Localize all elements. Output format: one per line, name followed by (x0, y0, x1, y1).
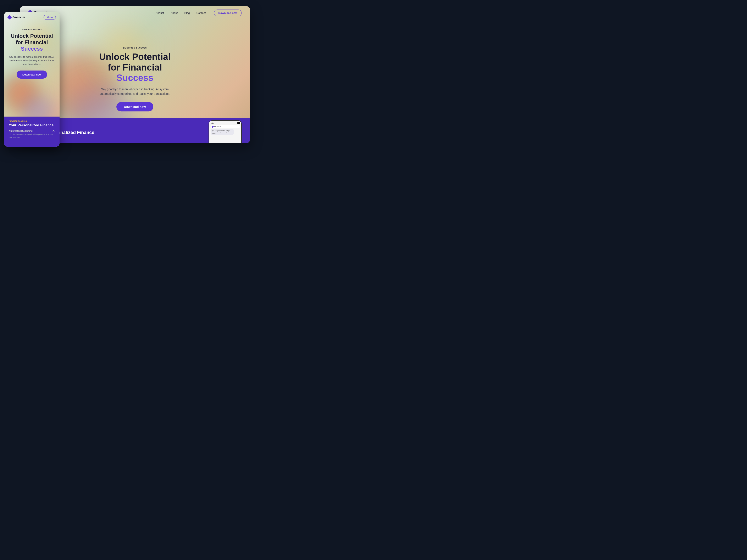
phone-chat-bubble: Hey, I've been struggling with my financ… (211, 129, 234, 135)
mobile-features-item-desc: Effortlessly create personalized budgets… (9, 133, 55, 138)
phone-screen: 9:41 ▐▐▐ Financier Hey, I've been strugg… (209, 121, 241, 143)
mobile-hero-bg: Financier Menu Business Success Unlock P… (4, 12, 59, 146)
mobile-features-section: Powerful Features Your Personalized Fina… (4, 116, 59, 146)
desktop-hero-title: Unlock Potential for Financial Success (81, 52, 189, 83)
desktop-hero-subtitle: Say goodbye to manual expense tracking. … (93, 87, 176, 96)
desktop-hero-tag: Business Success (81, 46, 189, 49)
mobile-card: Financier Menu Business Success Unlock P… (4, 12, 59, 146)
phone-app-header: Financier (211, 125, 240, 128)
nav-link-about[interactable]: About (171, 11, 178, 15)
phone-status-bar: 9:41 ▐▐▐ (211, 123, 240, 124)
phone-logo-icon (211, 126, 214, 128)
mobile-logo: Financier (8, 16, 25, 19)
nav-link-product[interactable]: Product (155, 11, 164, 15)
mobile-features-title: Your Personalized Finance (9, 123, 55, 127)
desktop-nav-links: Product About Blog Contact (155, 11, 206, 15)
nav-link-blog[interactable]: Blog (184, 11, 190, 15)
mobile-hero-subtitle: Say goodbye to manual expense tracking. … (9, 55, 55, 66)
desktop-hero-download-button[interactable]: Download now (117, 102, 153, 111)
desktop-nav-download-button[interactable]: Download now (214, 9, 242, 17)
nav-link-contact[interactable]: Contact (196, 11, 206, 15)
phone-time: 9:41 (211, 123, 213, 124)
mobile-navbar: Financier Menu (4, 12, 59, 23)
mobile-features-item-label: Automated Budgeting (9, 130, 32, 132)
mobile-logo-text: Financier (12, 16, 25, 19)
mobile-hero-tag: Business Success (9, 28, 55, 31)
chevron-up-icon (52, 129, 55, 132)
phone-mockup: 9:41 ▐▐▐ Financier Hey, I've been strugg… (209, 120, 242, 143)
desktop-hero-content: Business Success Unlock Potential for Fi… (81, 46, 189, 111)
mobile-hero-download-button[interactable]: Download now (17, 71, 47, 79)
mobile-features-tag: Powerful Features (9, 120, 55, 122)
mobile-logo-diamond-icon (7, 15, 12, 20)
mobile-hero-title: Unlock Potential for Financial Success (9, 33, 55, 52)
phone-app-name: Financier (214, 126, 221, 128)
mobile-menu-button[interactable]: Menu (44, 15, 56, 20)
mobile-features-item: Automated Budgeting (9, 129, 55, 132)
mobile-hero-content: Business Success Unlock Potential for Fi… (4, 28, 59, 79)
